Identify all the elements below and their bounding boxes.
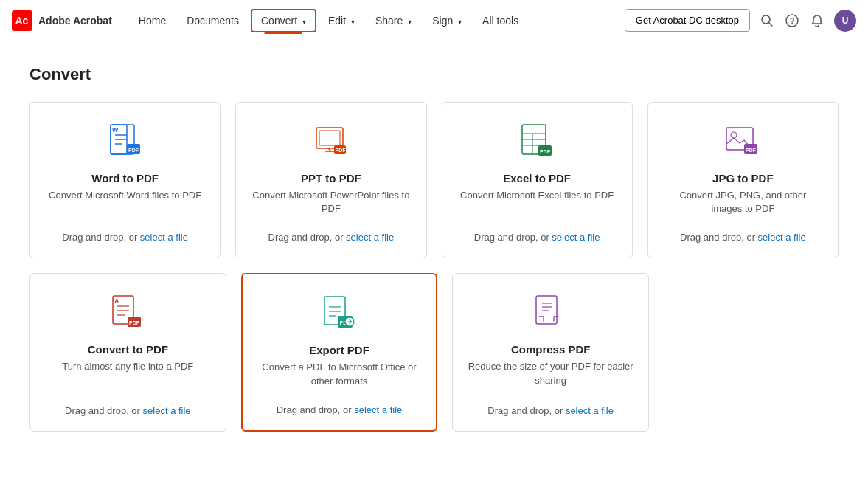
svg-text:PDF: PDF — [129, 320, 140, 325]
convert-to-pdf-icon: A PDF — [108, 294, 147, 333]
svg-text:PDF: PDF — [128, 148, 139, 153]
nav-item-documents[interactable]: Documents — [178, 10, 248, 31]
row1-cards-grid: W PDF Word to PDF Convert Microsoft Word… — [29, 102, 839, 258]
logo-text: Adobe Acrobat — [38, 15, 112, 27]
card-export-pdf[interactable]: PDF Export PDF Convert a PDF to Microsof… — [241, 273, 438, 431]
ppt-to-pdf-action: Drag and drop, or select a file — [268, 232, 395, 243]
card-excel-to-pdf[interactable]: PDF Excel to PDF Convert Microsoft Excel… — [442, 102, 633, 258]
excel-to-pdf-icon: PDF — [518, 123, 556, 162]
convert-to-pdf-action: Drag and drop, or select a file — [65, 405, 191, 416]
convert-to-pdf-title: Convert to PDF — [88, 343, 168, 356]
excel-to-pdf-title: Excel to PDF — [503, 172, 571, 184]
excel-to-pdf-desc: Convert Microsoft Excel files to PDF — [460, 189, 614, 215]
svg-line-3 — [769, 22, 773, 26]
word-to-pdf-title: Word to PDF — [91, 172, 159, 184]
compress-pdf-select-link[interactable]: select a file — [566, 405, 614, 416]
avatar[interactable]: U — [834, 10, 856, 32]
acrobat-logo-icon: Ac — [12, 10, 32, 31]
word-to-pdf-icon: W PDF — [106, 123, 145, 162]
convert-to-pdf-desc: Turn almost any file into a PDF — [62, 360, 193, 388]
card-jpg-to-pdf[interactable]: PDF JPG to PDF Convert JPG, PNG, and oth… — [647, 102, 839, 258]
share-chevron-icon: ▾ — [408, 18, 412, 26]
word-to-pdf-select-link[interactable]: select a file — [140, 232, 188, 243]
excel-to-pdf-action: Drag and drop, or select a file — [474, 232, 600, 243]
main-nav: Home Documents Convert ▾ Edit ▾ Share ▾ … — [130, 9, 625, 32]
export-pdf-title: Export PDF — [309, 344, 369, 356]
ppt-to-pdf-icon: PDF — [312, 123, 350, 162]
compress-pdf-title: Compress PDF — [511, 343, 591, 356]
word-to-pdf-desc: Convert Microsoft Word files to PDF — [49, 189, 201, 215]
export-pdf-desc: Convert a PDF to Microsoft Office or oth… — [257, 361, 422, 387]
svg-rect-15 — [319, 131, 340, 145]
word-to-pdf-action: Drag and drop, or select a file — [62, 232, 188, 243]
header-right: Get Acrobat DC desktop ? U — [625, 9, 856, 32]
notifications-icon[interactable] — [809, 13, 825, 29]
svg-text:Ac: Ac — [15, 15, 28, 27]
nav-item-sign[interactable]: Sign ▾ — [423, 10, 471, 31]
header: Ac Adobe Acrobat Home Documents Convert … — [0, 0, 868, 41]
jpg-to-pdf-icon: PDF — [723, 123, 762, 162]
ppt-to-pdf-title: PPT to PDF — [301, 172, 361, 184]
export-pdf-select-link[interactable]: select a file — [354, 404, 402, 415]
main-content: Convert W PDF Word to PDF Convert Micros… — [0, 41, 868, 455]
svg-text:PDF: PDF — [335, 148, 346, 153]
ppt-to-pdf-select-link[interactable]: select a file — [346, 232, 394, 243]
nav-item-all-tools[interactable]: All tools — [473, 10, 527, 31]
svg-text:?: ? — [790, 16, 795, 25]
export-pdf-action: Drag and drop, or select a file — [277, 404, 403, 415]
ppt-to-pdf-desc: Convert Microsoft PowerPoint files to PD… — [251, 189, 411, 215]
edit-chevron-icon: ▾ — [351, 18, 355, 26]
nav-item-convert[interactable]: Convert ▾ — [251, 9, 316, 32]
nav-item-share[interactable]: Share ▾ — [367, 10, 420, 31]
logo[interactable]: Ac Adobe Acrobat — [12, 10, 112, 31]
nav-item-home[interactable]: Home — [130, 10, 175, 31]
jpg-to-pdf-desc: Convert JPG, PNG, and other images to PD… — [663, 189, 823, 215]
svg-text:PDF: PDF — [746, 148, 757, 153]
row2-cards-grid: A PDF Convert to PDF Turn almost any fil… — [29, 273, 649, 431]
get-desktop-button[interactable]: Get Acrobat DC desktop — [625, 9, 750, 32]
svg-point-28 — [731, 132, 737, 138]
sign-chevron-icon: ▾ — [458, 18, 462, 26]
help-icon[interactable]: ? — [784, 13, 800, 29]
svg-text:A: A — [114, 297, 119, 305]
card-ppt-to-pdf[interactable]: PDF PPT to PDF Convert Microsoft PowerPo… — [235, 102, 426, 258]
search-icon[interactable] — [759, 13, 775, 29]
export-pdf-icon: PDF — [320, 295, 358, 334]
compress-pdf-action: Drag and drop, or select a file — [487, 405, 614, 416]
compress-pdf-desc: Reduce the size of your PDF for easier s… — [468, 360, 633, 388]
convert-to-pdf-select-link[interactable]: select a file — [143, 405, 191, 416]
page-title: Convert — [29, 65, 839, 84]
compress-pdf-icon — [532, 294, 570, 333]
card-word-to-pdf[interactable]: W PDF Word to PDF Convert Microsoft Word… — [29, 102, 221, 258]
card-compress-pdf[interactable]: Compress PDF Reduce the size of your PDF… — [452, 273, 649, 431]
jpg-to-pdf-title: JPG to PDF — [712, 172, 774, 184]
jpg-to-pdf-action: Drag and drop, or select a file — [680, 232, 806, 243]
nav-item-edit[interactable]: Edit ▾ — [319, 10, 364, 31]
svg-text:PDF: PDF — [540, 149, 551, 154]
svg-text:W: W — [112, 126, 119, 134]
convert-chevron-icon: ▾ — [302, 18, 306, 26]
card-convert-to-pdf[interactable]: A PDF Convert to PDF Turn almost any fil… — [29, 273, 226, 431]
jpg-to-pdf-select-link[interactable]: select a file — [758, 232, 806, 243]
excel-to-pdf-select-link[interactable]: select a file — [552, 232, 600, 243]
